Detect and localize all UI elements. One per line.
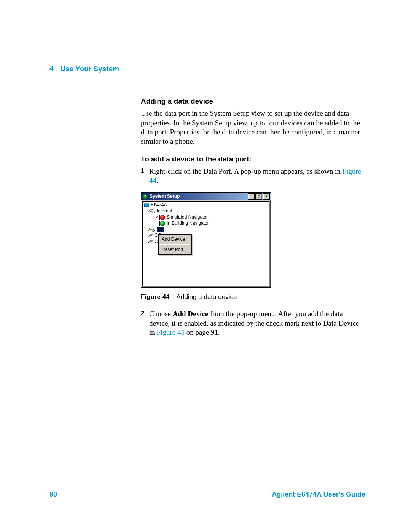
status-green-icon [160,221,165,226]
maximize-button[interactable]: □ [255,193,262,200]
minimize-button[interactable]: _ [248,193,255,200]
device-tree[interactable]: E6474A S Internal ✓ Simulated Navigator … [142,201,270,286]
tree-data-port[interactable]: D Da [144,227,268,233]
chapter-title: Use Your System [61,65,119,73]
figure-45-link[interactable]: Figure 45 [157,328,185,336]
title-bar[interactable]: ? System Setup _ □ × [141,193,271,200]
svg-rect-2 [144,204,149,207]
intro-paragraph: Use the data port in the System Setup vi… [141,109,362,146]
system-setup-window: ? System Setup _ □ × E6474A S Internal [141,192,271,288]
menu-add-device[interactable]: Add Device [159,235,191,243]
checkbox-empty-icon: ✓ [155,221,160,226]
task-title: To add a device to the data port: [141,155,362,164]
port-icon [148,233,153,238]
root-icon [144,203,149,208]
add-device-bold: Add Device [173,310,208,318]
port-icon [148,239,153,244]
step-number: 2 [141,309,149,337]
figure-text: Adding a data device [177,293,237,300]
step-text: Right-click on the Data Port. A pop-up m… [149,167,362,185]
window-title: System Setup [150,193,247,199]
menu-reset-port[interactable]: Reset Port [159,246,191,254]
step-2: 2 Choose Add Device from the pop-up menu… [141,309,362,337]
step-text: Choose Add Device from the pop-up menu. … [149,309,362,337]
figure-label: Figure 44 [141,293,170,300]
chapter-number: 4 [49,65,54,73]
tree-root[interactable]: E6474A [144,202,268,208]
page-footer: 90 Agilent E6474A User's Guide [49,490,365,498]
step-number: 1 [141,167,149,185]
status-red-icon [160,215,165,220]
body-content: Adding a data device Use the data port i… [141,97,362,337]
doc-title: Agilent E6474A User's Guide [272,490,365,498]
app-icon: ? [142,193,148,200]
menu-separator [160,244,190,245]
tree-inbuilding-nav[interactable]: ✓ In Building Navigator [144,220,268,227]
section-title: Adding a data device [141,97,362,106]
step-1: 1 Right-click on the Data Port. A pop-up… [141,167,362,185]
page-number: 90 [49,490,57,498]
figure-caption: Figure 44Adding a data device [141,293,362,301]
tree-internal[interactable]: S Internal [144,208,268,214]
chapter-header: 4Use Your System [49,65,365,73]
tree-sim-nav[interactable]: ✓ Simulated Navigator [144,214,268,220]
svg-text:?: ? [144,194,146,198]
close-button[interactable]: × [263,193,270,200]
checkbox-icon: ✓ [155,215,160,220]
context-menu: Add Device Reset Port [158,234,192,255]
